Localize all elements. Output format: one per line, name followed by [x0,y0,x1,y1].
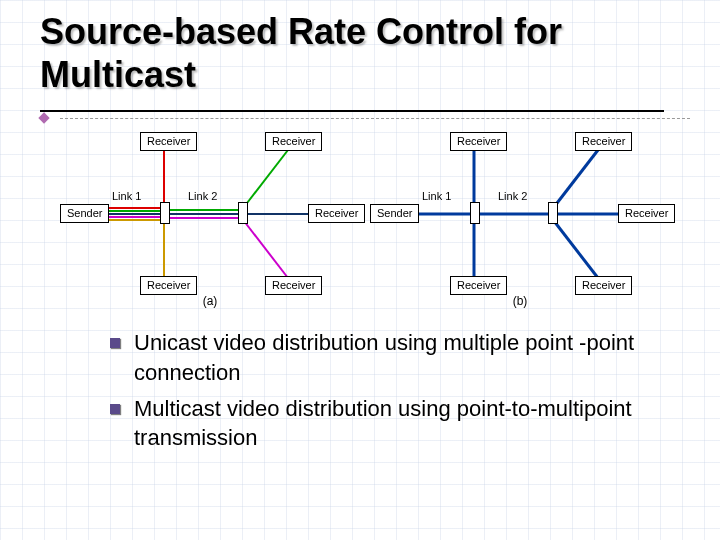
diagram-b-wrap: Sender Receiver Receiver Receiver Receiv… [370,132,670,308]
title-accent [40,114,690,122]
b-link2-label: Link 2 [498,190,527,202]
a-junction-1 [160,202,170,224]
a-line-j2-top [244,150,288,207]
a-sender: Sender [60,204,109,223]
title-underline [40,110,664,112]
b-recv-top2: Receiver [575,132,632,151]
diagram-a-wrap: Sender Receiver Receiver Receiver Receiv… [60,132,360,308]
bullet-list: Unicast video distribution using multipl… [70,328,680,453]
a-link2-label: Link 2 [188,190,217,202]
b-junction-1 [470,202,480,224]
a-recv-top2: Receiver [265,132,322,151]
b-recv-mid: Receiver [618,204,675,223]
bullet-2: Multicast video distribution using point… [110,394,680,453]
a-recv-mid: Receiver [308,204,365,223]
b-recv-bot1: Receiver [450,276,507,295]
a-recv-top1: Receiver [140,132,197,151]
a-line-j2-bot [244,221,288,278]
diagram-b-caption: (b) [370,294,670,308]
b-recv-bot2: Receiver [575,276,632,295]
a-junction-2 [238,202,248,224]
b-sender: Sender [370,204,419,223]
page-title: Source-based Rate Control for Multicast [40,10,690,96]
diagram-row: Sender Receiver Receiver Receiver Receiv… [40,132,690,308]
diagram-b: Sender Receiver Receiver Receiver Receiv… [370,132,670,292]
a-recv-bot2: Receiver [265,276,322,295]
slide: Source-based Rate Control for Multicast [0,0,720,540]
a-recv-bot1: Receiver [140,276,197,295]
diagram-a: Sender Receiver Receiver Receiver Receiv… [60,132,360,292]
b-junction-2 [548,202,558,224]
b-recv-top1: Receiver [450,132,507,151]
b-line-j2-top [554,150,598,207]
a-link1-label: Link 1 [112,190,141,202]
b-link1-label: Link 1 [422,190,451,202]
b-line-j2-bot [554,221,598,278]
diagram-a-caption: (a) [60,294,360,308]
bullet-1: Unicast video distribution using multipl… [110,328,680,387]
